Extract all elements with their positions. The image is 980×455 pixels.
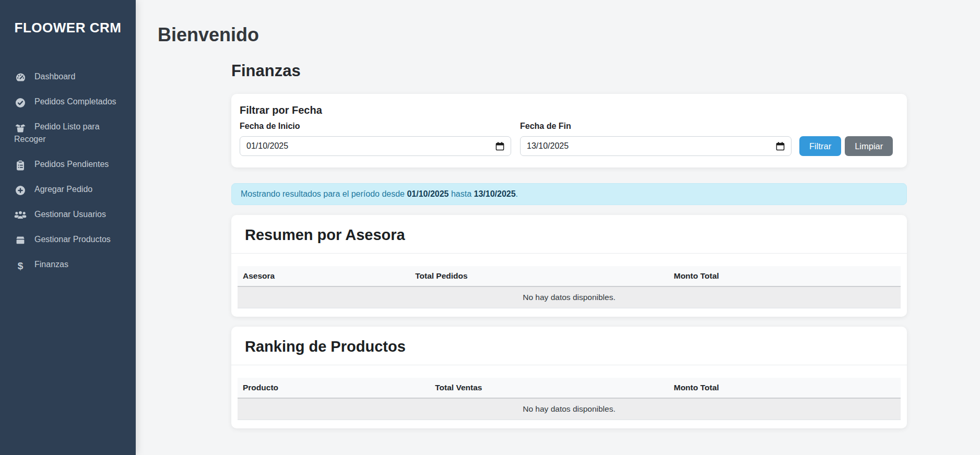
- page-title: Bienvenido: [158, 24, 980, 46]
- start-date-value[interactable]: [246, 141, 491, 151]
- period-info-alert: Mostrando resultados para el período des…: [231, 183, 907, 205]
- sidebar-item-dashboard[interactable]: Dashboard: [0, 64, 136, 89]
- sidebar-item-label: Finanzas: [34, 260, 68, 269]
- dollar-icon: $: [14, 260, 27, 271]
- sidebar-item-label: Pedidos Completados: [34, 97, 116, 106]
- calendar-icon[interactable]: [776, 142, 785, 151]
- sidebar-item-label: Gestionar Usuarios: [34, 210, 106, 219]
- filtrar-button[interactable]: Filtrar: [799, 136, 841, 156]
- start-date-input[interactable]: [240, 136, 511, 156]
- column-header-total-ventas: Total Ventas: [430, 378, 668, 398]
- gauge-icon: [14, 73, 27, 83]
- box-icon: [14, 235, 27, 246]
- table-header-row: Asesora Total Pedidos Monto Total: [238, 266, 901, 286]
- sidebar: FLOOWER CRM Dashboard Pedidos Completa: [0, 0, 136, 455]
- end-date-field: Fecha de Fin: [520, 122, 792, 156]
- sidebar-item-gestionar-productos[interactable]: Gestionar Productos: [0, 227, 136, 252]
- sidebar-item-label: Pedido Listo para Recoger: [14, 122, 100, 143]
- main-content: Bienvenido Finanzas Filtrar por Fecha Fe…: [136, 0, 980, 455]
- clipboard-list-icon: [14, 160, 27, 171]
- filter-buttons: Filtrar Limpiar: [799, 136, 893, 156]
- alert-end-date: 13/10/2025: [474, 189, 516, 198]
- summary-card: Resumen por Asesora Asesora Total Pedido…: [231, 215, 907, 317]
- alert-text: Mostrando resultados para el período des…: [241, 189, 407, 198]
- table-row: No hay datos disponibles.: [238, 398, 901, 420]
- summary-card-body: Asesora Total Pedidos Monto Total No hay…: [231, 254, 907, 317]
- limpiar-button[interactable]: Limpiar: [845, 136, 893, 156]
- box-open-icon: [14, 123, 27, 133]
- filter-card: Filtrar por Fecha Fecha de Inicio: [231, 94, 907, 167]
- end-date-input[interactable]: [520, 136, 792, 156]
- ranking-card-body: Producto Total Ventas Monto Total No hay…: [231, 365, 907, 428]
- empty-table-message: No hay datos disponibles.: [238, 286, 901, 308]
- sidebar-item-label: Pedidos Pendientes: [34, 160, 109, 169]
- start-date-field: Fecha de Inicio: [240, 122, 511, 156]
- alert-text: hasta: [449, 189, 474, 198]
- app-window: FLOOWER CRM Dashboard Pedidos Completa: [0, 0, 980, 455]
- empty-table-message: No hay datos disponibles.: [238, 398, 901, 420]
- alert-text: .: [516, 189, 518, 198]
- start-date-label: Fecha de Inicio: [240, 122, 511, 131]
- table-header-row: Producto Total Ventas Monto Total: [238, 378, 901, 398]
- filter-row: Fecha de Inicio Fecha de F: [240, 122, 899, 156]
- brand-title: FLOOWER CRM: [0, 0, 136, 36]
- sidebar-item-pedidos-pendientes[interactable]: Pedidos Pendientes: [0, 152, 136, 177]
- filter-title: Filtrar por Fecha: [240, 104, 899, 116]
- sidebar-item-label: Agregar Pedido: [34, 185, 92, 194]
- column-header-monto-total: Monto Total: [668, 378, 901, 398]
- column-header-total-pedidos: Total Pedidos: [410, 266, 668, 286]
- finanzas-section: Finanzas Filtrar por Fecha Fecha de Inic…: [231, 62, 907, 428]
- check-circle-icon: [14, 98, 27, 108]
- sidebar-item-label: Gestionar Productos: [34, 235, 111, 244]
- column-header-asesora: Asesora: [238, 266, 410, 286]
- ranking-table: Producto Total Ventas Monto Total No hay…: [238, 378, 901, 420]
- table-row: No hay datos disponibles.: [238, 286, 901, 308]
- column-header-producto: Producto: [238, 378, 430, 398]
- summary-table: Asesora Total Pedidos Monto Total No hay…: [238, 266, 901, 308]
- sidebar-item-gestionar-usuarios[interactable]: Gestionar Usuarios: [0, 202, 136, 227]
- end-date-label: Fecha de Fin: [520, 122, 792, 131]
- ranking-card: Ranking de Productos Producto Total Vent…: [231, 327, 907, 428]
- ranking-card-header: Ranking de Productos: [231, 327, 907, 365]
- sidebar-item-finanzas[interactable]: $Finanzas: [0, 252, 136, 277]
- sidebar-item-label: Dashboard: [34, 72, 75, 81]
- summary-title: Resumen por Asesora: [245, 226, 893, 244]
- column-header-monto-total: Monto Total: [668, 266, 901, 286]
- calendar-icon[interactable]: [495, 142, 504, 151]
- section-title: Finanzas: [231, 62, 907, 80]
- end-date-value[interactable]: [527, 141, 772, 151]
- ranking-title: Ranking de Productos: [245, 338, 893, 355]
- plus-circle-icon: [14, 185, 27, 196]
- sidebar-nav: Dashboard Pedidos Completados Pedido Lis…: [0, 64, 136, 277]
- sidebar-item-pedido-listo[interactable]: Pedido Listo para Recoger: [0, 114, 136, 152]
- sidebar-item-agregar-pedido[interactable]: Agregar Pedido: [0, 177, 136, 202]
- alert-start-date: 01/10/2025: [407, 189, 448, 198]
- users-icon: [14, 210, 27, 221]
- summary-card-header: Resumen por Asesora: [231, 215, 907, 254]
- sidebar-item-pedidos-completados[interactable]: Pedidos Completados: [0, 89, 136, 114]
